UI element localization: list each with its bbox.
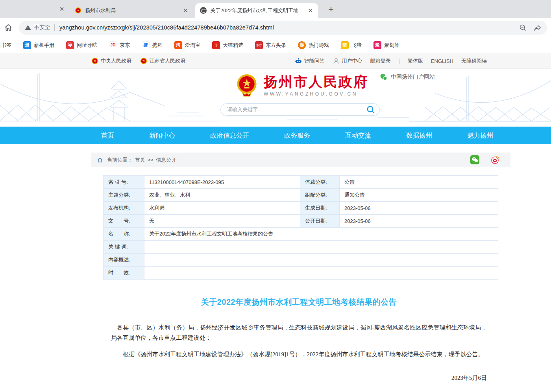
tab-active-announcement[interactable]: 关于2022年度扬州市水利工程文明工地 ✕ — [195, 3, 318, 18]
link-jiangsu-gov[interactable]: 江苏省人民政府 — [140, 57, 185, 64]
close-icon[interactable]: ✕ — [58, 6, 65, 13]
meta-label: 索 引 号: — [104, 176, 144, 189]
breadcrumb-current[interactable]: 信息公开 — [156, 156, 176, 164]
nav-data[interactable]: 数据扬州 — [406, 131, 432, 140]
nav-news[interactable]: 新闻中心 — [149, 131, 175, 140]
site-logo[interactable]: 扬州市人民政府 WWW.YANGZHOU.GOV.CN — [235, 74, 368, 97]
meta-label: 关 键 词: — [104, 241, 144, 254]
link-label: ENGLISH — [431, 58, 453, 64]
meta-label: 文 号: — [104, 215, 144, 228]
bookmark-label: 飞猪 — [351, 42, 362, 49]
warning-icon[interactable] — [24, 24, 31, 31]
table-row: 主题分类: 农业、林业、水利 组配分类: 通知公告 — [104, 189, 498, 202]
meta-label: 内容概述: — [104, 254, 144, 267]
link-label: 邮箱登录 — [370, 57, 391, 64]
bookmark-phone[interactable]: 机书签 — [0, 42, 11, 49]
content-card: 当前位置： 首页 >> 信息公开 — [91, 153, 510, 392]
nav-charm[interactable]: 魅力扬州 — [467, 131, 493, 140]
bookmark-tmall[interactable]: T 天猫精选 — [212, 41, 243, 49]
table-row: 发布机构: 水利局 生成日期: 2023-05-06 — [104, 202, 498, 215]
close-icon[interactable]: ✕ — [182, 7, 189, 14]
search-input[interactable] — [227, 107, 366, 112]
tab-strip: ✕ 扬州市水利局 ✕ 关于2022年度扬州市水利工程文明工地 ✕ + — [0, 0, 551, 18]
bookmarks-bar: 机书签 册 新机手册 导 网址导航 JD 京东 携 携程 淘 爱淘宝 T 天猫精… — [0, 37, 551, 53]
bookmark-fliggy[interactable]: 猪 飞猪 — [341, 41, 362, 49]
jd-icon: JD — [109, 41, 117, 49]
bookmark-ctrip[interactable]: 携 携程 — [142, 41, 163, 49]
gov-top-bar: 中央人民政府 江苏省人民政府 智能问答 用户中心 — [0, 53, 551, 69]
wechat-share-icon[interactable] — [470, 155, 479, 164]
meta-label: 时 效: — [104, 267, 144, 280]
new-tab-button[interactable]: + — [325, 4, 337, 16]
meta-label: 公开日期: — [300, 215, 340, 228]
meta-value: 关于2022年度扬州市水利工程文明工地考核结果的公告 — [144, 228, 498, 241]
home-icon[interactable] — [97, 157, 103, 163]
link-label: 中央人民政府 — [101, 57, 131, 64]
security-label: 不安全 — [34, 24, 50, 31]
fliggy-icon: 猪 — [341, 41, 349, 49]
table-row: 索 引 号: 11321000014407098E-2023-095 体裁分类:… — [104, 176, 498, 189]
table-row: 时 效: — [104, 267, 498, 280]
tmall-icon: T — [212, 41, 220, 49]
link-accessibility[interactable]: 无障碍阅读 — [461, 57, 487, 64]
portal-link[interactable]: 中国扬州门户网站 — [380, 73, 435, 81]
bookmark-label: 东方头条 — [266, 42, 286, 49]
robot-icon — [295, 57, 302, 64]
bookmark-label: 携程 — [152, 42, 163, 49]
link-english[interactable]: ENGLISH — [431, 58, 453, 64]
meta-label: 名 称: — [104, 228, 144, 241]
main-nav: 首页 新闻中心 政府信息公开 政务服务 互动交流 数据扬州 魅力扬州 — [0, 127, 551, 144]
meta-value — [144, 254, 498, 267]
bookmark-aitaobao[interactable]: 淘 爱淘宝 — [174, 41, 200, 49]
article-date: 2023年5月6日 — [111, 374, 487, 382]
bookmark-juhuasuan[interactable]: 聚 聚划算 — [373, 41, 399, 49]
zoom-out-icon[interactable] — [519, 24, 527, 32]
divider — [54, 24, 55, 31]
link-smart-qa[interactable]: 智能问答 — [295, 57, 325, 64]
meta-value: 通知公告 — [340, 189, 498, 202]
emblem-icon — [140, 57, 147, 64]
bookmark-label: 新机手册 — [34, 42, 54, 49]
meta-value — [144, 241, 498, 254]
bookmark-label: 机书签 — [0, 42, 11, 49]
juhuasuan-icon: 聚 — [373, 41, 381, 49]
bookmark-nav-site[interactable]: 导 网址导航 — [66, 41, 97, 49]
nav-interaction[interactable]: 互动交流 — [345, 131, 371, 140]
link-traditional[interactable]: 繁体版 — [408, 57, 423, 64]
bookmark-jd[interactable]: JD 京东 — [109, 41, 130, 49]
nav-services[interactable]: 政务服务 — [284, 131, 310, 140]
bookmark-label: 聚划算 — [384, 42, 399, 49]
meta-label: 体裁分类: — [300, 176, 340, 189]
close-icon[interactable]: ✕ — [307, 7, 314, 14]
breadcrumb: 当前位置： 首页 >> 信息公开 — [91, 153, 510, 167]
link-label: 无障碍阅读 — [461, 57, 487, 64]
address-bar[interactable]: 不安全 yangzhou.gov.cn/yzszxxgk/slj/202305/… — [19, 21, 547, 35]
tab-title: 关于2022年度扬州市水利工程文明工地 — [210, 7, 303, 14]
nav-info-disclosure[interactable]: 政府信息公开 — [210, 131, 249, 140]
browser-toolbar: 不安全 yangzhou.gov.cn/yzszxxgk/slj/202305/… — [0, 18, 551, 37]
breadcrumb-home-link[interactable]: 首页 — [135, 156, 145, 164]
url-text[interactable]: yangzhou.gov.cn/yzszxxgk/slj/202305/210c… — [59, 24, 515, 31]
nav-home[interactable]: 首页 — [101, 131, 114, 140]
bookmark-label: 天猫精选 — [223, 42, 243, 49]
home-icon[interactable] — [3, 22, 13, 33]
tab-shuiliju[interactable]: 扬州市水利局 ✕ — [70, 3, 193, 18]
games-icon: 游 — [298, 41, 306, 49]
meta-value: 农业、林业、水利 — [144, 189, 300, 202]
weibo-share-icon[interactable] — [491, 155, 500, 164]
nav-site-icon: 导 — [66, 41, 74, 49]
link-user-center[interactable]: 用户中心 — [333, 57, 362, 64]
bookmark-hot-games[interactable]: 游 热门游戏 — [298, 41, 329, 49]
bookmark-eastday[interactable]: 东方 东方头条 — [255, 41, 286, 49]
link-label: 江苏省人民政府 — [150, 57, 185, 64]
link-mail-login[interactable]: 邮箱登录 — [370, 57, 391, 64]
metadata-table: 索 引 号: 11321000014407098E-2023-095 体裁分类:… — [103, 175, 498, 280]
share-icon[interactable] — [533, 24, 542, 32]
table-row: 关 键 词: — [104, 241, 498, 254]
search-icon[interactable] — [366, 105, 375, 114]
ctrip-icon: 携 — [142, 41, 150, 49]
table-row: 名 称: 关于2022年度扬州市水利工程文明工地考核结果的公告 — [104, 228, 498, 241]
table-row: 内容概述: — [104, 254, 498, 267]
bookmark-xinji-manual[interactable]: 册 新机手册 — [23, 41, 54, 49]
link-central-gov[interactable]: 中央人民政府 — [91, 57, 131, 64]
